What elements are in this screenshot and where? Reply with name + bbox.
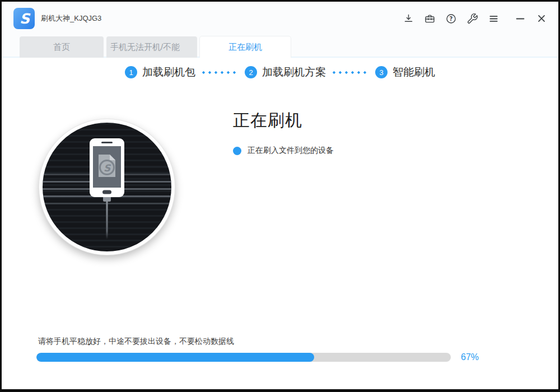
progress-bar bbox=[36, 353, 451, 362]
progress-percent: 67% bbox=[461, 352, 479, 362]
tab-home[interactable]: 首页 bbox=[20, 36, 104, 58]
app-logo-icon: S bbox=[13, 8, 35, 29]
step-separator-dots bbox=[333, 71, 368, 74]
titlebar-actions: ? bbox=[402, 12, 548, 25]
tab-bar: 首页 手机无法开机/不能 正在刷机 bbox=[2, 35, 558, 58]
striped-circle: S bbox=[39, 119, 175, 255]
progress-row: 67% bbox=[36, 352, 527, 362]
wrench-icon[interactable] bbox=[465, 12, 479, 25]
warning-text: 请将手机平稳放好，中途不要拔出设备，不要松动数据线 bbox=[36, 337, 527, 347]
step-number-badge: 1 bbox=[125, 66, 137, 78]
tab-label: 正在刷机 bbox=[228, 42, 262, 53]
step-number-badge: 3 bbox=[375, 66, 388, 78]
main-info: 正在刷机 正在刷入文件到您的设备 bbox=[233, 109, 334, 156]
svg-text:S: S bbox=[104, 162, 111, 174]
content-area: 1 加载刷机包 2 加载刷机方案 3 智能刷机 bbox=[2, 58, 558, 388]
progress-fill bbox=[36, 353, 314, 362]
help-icon[interactable]: ? bbox=[444, 12, 458, 25]
status-row: 正在刷入文件到您的设备 bbox=[233, 146, 334, 156]
step-separator-dots bbox=[202, 71, 238, 74]
step-3: 3 智能刷机 bbox=[375, 65, 435, 80]
download-icon[interactable] bbox=[402, 12, 415, 25]
status-text: 正在刷入文件到您的设备 bbox=[248, 146, 334, 156]
toolbox-icon[interactable] bbox=[423, 12, 436, 25]
step-number-badge: 2 bbox=[245, 66, 257, 78]
svg-text:S: S bbox=[20, 11, 31, 27]
step-label: 智能刷机 bbox=[393, 65, 435, 80]
footer: 请将手机平稳放好，中途不要拔出设备，不要松动数据线 67% bbox=[36, 337, 527, 362]
close-button[interactable] bbox=[535, 12, 548, 25]
tab-flashing-active[interactable]: 正在刷机 bbox=[200, 36, 291, 58]
app-window: S 刷机大神_KJQJG3 ? bbox=[0, 0, 560, 392]
step-indicator: 1 加载刷机包 2 加载刷机方案 3 智能刷机 bbox=[2, 65, 558, 80]
menu-icon[interactable] bbox=[487, 12, 500, 25]
phone-illustration: S bbox=[39, 119, 175, 255]
step-label: 加载刷机方案 bbox=[262, 65, 326, 80]
svg-text:?: ? bbox=[449, 16, 452, 22]
tab-phone-cannot-boot[interactable]: 手机无法开机/不能 bbox=[106, 36, 197, 58]
window-title: 刷机大神_KJQJG3 bbox=[41, 13, 101, 24]
titlebar: S 刷机大神_KJQJG3 ? bbox=[2, 2, 558, 35]
step-2: 2 加载刷机方案 bbox=[245, 65, 326, 80]
tab-label: 手机无法开机/不能 bbox=[110, 42, 180, 53]
tab-label: 首页 bbox=[53, 42, 70, 53]
page-title: 正在刷机 bbox=[233, 109, 334, 132]
step-1: 1 加载刷机包 bbox=[125, 65, 195, 80]
phone-with-cable-icon: S bbox=[85, 137, 129, 244]
step-label: 加载刷机包 bbox=[142, 65, 195, 80]
minimize-button[interactable] bbox=[514, 12, 527, 25]
status-dot-icon bbox=[233, 147, 241, 155]
